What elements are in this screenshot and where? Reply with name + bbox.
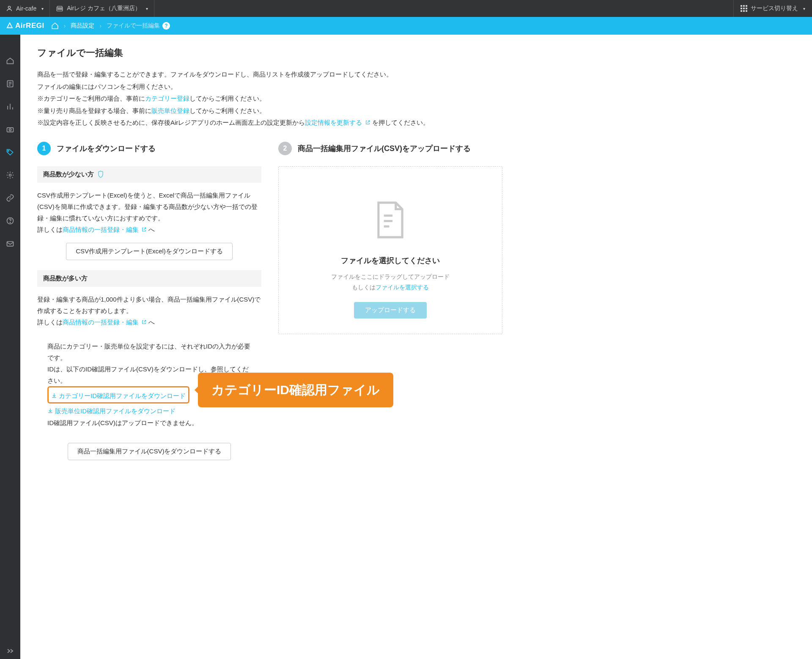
few-section-label: 商品数が少ない方	[37, 166, 261, 183]
sidebar	[0, 35, 20, 659]
download-csv-button[interactable]: 商品一括編集用ファイル(CSV)をダウンロードする	[68, 443, 231, 460]
file-icon	[374, 200, 407, 239]
sidebar-mail[interactable]	[5, 239, 15, 249]
many-section-label: 商品数が多い方	[37, 270, 261, 287]
file-select-link[interactable]: ファイルを選択する	[376, 284, 429, 291]
breadcrumb-sep: ›	[99, 22, 102, 29]
few-section-body: CSV作成用テンプレート(Excel)を使うと、Excelで商品一括編集用ファイ…	[37, 189, 261, 260]
sidebar-analytics[interactable]	[5, 102, 15, 112]
breadcrumb: › 商品設定 › ファイルで一括編集 ?	[51, 22, 170, 30]
dz-sub1: ファイルをここにドラッグしてアップロード	[331, 273, 450, 280]
svg-rect-5	[741, 5, 742, 7]
sidebar-help[interactable]	[5, 216, 15, 226]
step2-head: 2 商品一括編集用ファイル(CSV)をアップロードする	[278, 142, 502, 155]
few-body-text: CSV作成用テンプレート(Excel)を使うと、Excelで商品一括編集用ファイ…	[37, 189, 261, 224]
grid-icon	[741, 5, 747, 12]
step2-column: 2 商品一括編集用ファイル(CSV)をアップロードする ファイルを選択してくださ…	[278, 142, 502, 464]
few-detail-link-text: 商品情報の一括登録・編集	[63, 226, 139, 233]
svg-point-0	[8, 6, 10, 8]
breadcrumb-product[interactable]: 商品設定	[71, 22, 94, 30]
intro-line4: ※量り売り商品を登録する場合、事前に販売単位登録してからご利用ください。	[37, 105, 502, 117]
intro-line2: ファイルの編集にはパソコンをご利用ください。	[37, 81, 502, 93]
callout-tag: カテゴリーID確認用ファイル	[198, 373, 393, 407]
step2-number: 2	[278, 142, 292, 155]
download-category-id-link[interactable]: カテゴリーID確認用ファイルをダウンロード	[51, 390, 186, 401]
link-cat-text: カテゴリーID確認用ファイルをダウンロード	[59, 390, 186, 401]
few-detail: 詳しくは商品情報の一括登録・編集 へ	[37, 224, 261, 235]
few-detail-link[interactable]: 商品情報の一括登録・編集	[63, 226, 147, 233]
svg-rect-6	[743, 5, 745, 7]
user-icon	[6, 5, 13, 12]
intro-l3b: してからご利用ください。	[189, 95, 266, 102]
dropzone-subtitle: ファイルをここにドラッグしてアップロード もしくはファイルを選択する	[291, 272, 489, 293]
page-title: ファイルで一括編集	[37, 47, 502, 59]
svg-rect-12	[743, 10, 745, 12]
few-detail-post: へ	[148, 226, 155, 233]
step1-number: 1	[37, 142, 51, 155]
sidebar-settings[interactable]	[5, 170, 15, 180]
intro-l5a: ※設定内容を正しく反映させるために、保存後Airレジアプリのホーム画面左上の設定…	[37, 119, 305, 126]
svg-rect-10	[746, 8, 747, 9]
upload-button[interactable]: アップロードする	[354, 302, 427, 319]
upload-dropzone[interactable]: ファイルを選択してください ファイルをここにドラッグしてアップロード もしくはフ…	[278, 166, 502, 334]
logo[interactable]: AirREGI	[6, 22, 44, 30]
sidebar-report[interactable]	[5, 79, 15, 89]
download-template-button[interactable]: CSV作成用テンプレート(Excel)をダウンロードする	[66, 243, 233, 260]
external-link-icon	[141, 319, 147, 325]
many-section-body: 登録・編集する商品が1,000件より多い場合、商品一括編集用ファイル(CSV)で…	[37, 294, 261, 461]
chevron-down-icon: ▾	[41, 6, 44, 11]
many-detail: 詳しくは商品情報の一括登録・編集 へ	[37, 316, 261, 328]
unit-register-link[interactable]: 販売単位登録	[151, 107, 189, 114]
svg-rect-3	[59, 8, 60, 9]
intro-line5: ※設定内容を正しく反映させるために、保存後Airレジアプリのホーム画面左上の設定…	[37, 117, 502, 129]
category-register-link[interactable]: カテゴリー登録	[145, 95, 189, 102]
few-detail-pre: 詳しくは	[37, 226, 63, 233]
intro-line1: 商品を一括で登録・編集することができます。ファイルをダウンロードし、商品リストを…	[37, 69, 502, 81]
download-unit-id-link[interactable]: 販売単位ID確認用ファイルをダウンロード	[47, 405, 176, 417]
sidebar-home[interactable]	[5, 56, 15, 66]
link-unit-text: 販売単位ID確認用ファイルをダウンロード	[55, 405, 176, 417]
callout-text: カテゴリーID確認用ファイル	[211, 379, 380, 401]
svg-point-16	[9, 129, 11, 131]
logo-icon	[6, 22, 14, 30]
user-menu[interactable]: Air-cafe ▾	[0, 0, 50, 17]
step1-title: ファイルをダウンロードする	[57, 143, 156, 154]
svg-rect-8	[741, 8, 742, 9]
svg-rect-7	[746, 5, 747, 7]
sidebar-tag[interactable]	[5, 147, 15, 157]
chevron-down-icon: ▾	[803, 6, 805, 11]
dropzone-title: ファイルを選択してください	[291, 255, 489, 266]
update-settings-link[interactable]: 設定情報を更新する	[305, 119, 370, 126]
service-switch-label: サービス切り替え	[751, 5, 798, 12]
topbar-left: Air-cafe ▾ Airレジ カフェ（八重洲店） ▾	[0, 0, 154, 17]
store-menu[interactable]: Airレジ カフェ（八重洲店） ▾	[50, 0, 154, 17]
note1: 商品にカテゴリー・販売単位を設定するには、それぞれIDの入力が必要です。	[47, 340, 251, 363]
download-icon	[51, 393, 57, 398]
many-detail-pre: 詳しくは	[37, 319, 63, 326]
svg-rect-2	[58, 8, 59, 9]
topbar: Air-cafe ▾ Airレジ カフェ（八重洲店） ▾ サービス切り替え ▾	[0, 0, 812, 17]
sidebar-expand[interactable]	[6, 648, 14, 654]
help-icon[interactable]: ?	[162, 22, 170, 30]
svg-rect-15	[7, 128, 14, 132]
many-detail-link[interactable]: 商品情報の一括登録・編集	[63, 319, 147, 326]
sidebar-link[interactable]	[5, 193, 15, 203]
store-icon	[56, 5, 63, 12]
svg-rect-4	[61, 8, 62, 9]
download-icon	[47, 408, 53, 414]
service-switch[interactable]: サービス切り替え ▾	[733, 0, 812, 17]
many-detail-post: へ	[148, 319, 155, 326]
step2-title: 商品一括編集用ファイル(CSV)をアップロードする	[298, 143, 471, 154]
sidebar-camera[interactable]	[5, 124, 15, 135]
intro-l3a: ※カテゴリーをご利用の場合、事前に	[37, 95, 145, 102]
intro-line3: ※カテゴリーをご利用の場合、事前にカテゴリー登録してからご利用ください。	[37, 93, 502, 105]
many-detail-link-text: 商品情報の一括登録・編集	[63, 319, 139, 326]
intro-l4a: ※量り売り商品を登録する場合、事前に	[37, 107, 151, 114]
home-icon[interactable]	[51, 22, 59, 30]
svg-rect-9	[743, 8, 745, 9]
many-label-text: 商品数が多い方	[43, 275, 88, 283]
id-note-box: 商品にカテゴリー・販売単位を設定するには、それぞれIDの入力が必要です。 IDは…	[37, 334, 261, 436]
intro-l5b: を押してください。	[372, 119, 429, 126]
svg-point-18	[9, 174, 11, 176]
dz-sub2a: もしくは	[352, 284, 376, 291]
